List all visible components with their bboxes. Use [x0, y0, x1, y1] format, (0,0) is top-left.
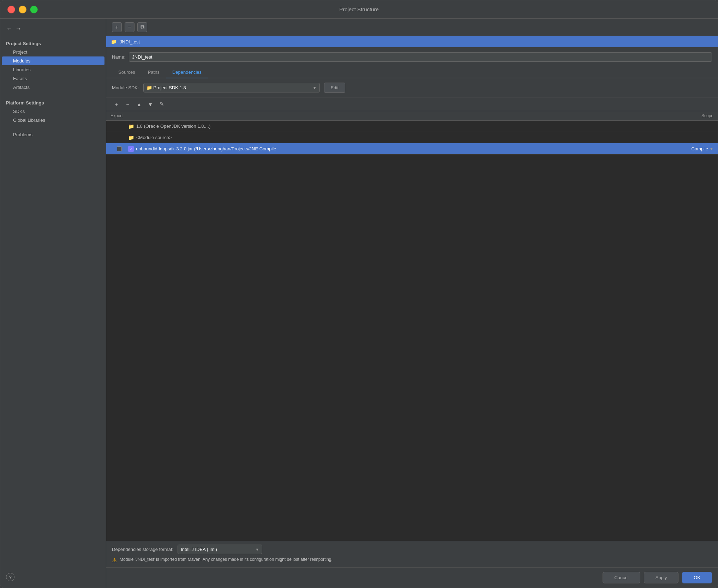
dep-folder-icon-module-source: 📁 — [128, 135, 134, 140]
move-up-dep-button[interactable]: ▲ — [134, 100, 144, 109]
scope-dropdown-jar[interactable]: Compile ▼ — [668, 146, 713, 151]
close-button[interactable] — [7, 6, 15, 13]
dep-row-jar[interactable]: J unboundid-ldapsdk-3.2.0.jar (/Users/zh… — [106, 143, 718, 155]
bottom-bar: Dependencies storage format: IntelliJ ID… — [106, 541, 718, 567]
tabs-row: Sources Paths Dependencies — [106, 67, 718, 78]
titlebar: Project Structure — [0, 0, 718, 19]
sidebar-item-sdks[interactable]: SDKs — [2, 107, 104, 116]
module-toolbar: + − ⧉ — [106, 19, 718, 36]
sdk-label: Module SDK: — [112, 85, 139, 90]
export-header: Export — [106, 111, 134, 120]
sidebar-item-libraries-label: Libraries — [13, 67, 31, 72]
sdk-row: Module SDK: 📁 Project SDK 1.8 ▼ Edit — [106, 78, 718, 97]
sdk-dropdown-chevron: ▼ — [313, 86, 317, 90]
sdk-folder-icon: 📁 — [146, 85, 154, 90]
module-item-jndi-test[interactable]: 📁 JNDI_test — [106, 36, 718, 47]
window-title: Project Structure — [339, 6, 379, 12]
sidebar-item-problems[interactable]: Problems — [2, 130, 104, 139]
sidebar-item-modules-label: Modules — [13, 58, 30, 64]
warning-icon: ⚠ — [112, 557, 117, 564]
add-dep-button[interactable]: + — [112, 100, 121, 109]
storage-format-row: Dependencies storage format: IntelliJ ID… — [112, 545, 712, 554]
copy-module-button[interactable]: ⧉ — [137, 22, 147, 32]
warning-row: ⚠ Module 'JNDI_test' is imported from Ma… — [112, 557, 712, 564]
sidebar-item-libraries[interactable]: Libraries — [2, 65, 104, 74]
dep-checkbox-jar[interactable] — [110, 146, 128, 151]
storage-select-value: IntelliJ IDEA (.iml) — [181, 547, 217, 552]
module-item-name: JNDI_test — [120, 39, 140, 44]
nav-forward[interactable]: → — [15, 25, 22, 32]
dep-folder-icon-jdk: 📁 — [128, 124, 134, 129]
tab-paths[interactable]: Paths — [142, 67, 166, 78]
move-down-dep-button[interactable]: ▼ — [146, 100, 155, 109]
traffic-lights — [7, 6, 38, 13]
apply-button[interactable]: Apply — [644, 572, 679, 583]
sdk-select-value: 📁 Project SDK 1.8 — [146, 85, 186, 90]
maximize-button[interactable] — [30, 6, 38, 13]
sidebar-item-project[interactable]: Project — [2, 48, 104, 56]
right-panel: + − ⧉ 📁 JNDI_test Name: Sources Paths De… — [106, 19, 718, 588]
scope-chevron: ▼ — [710, 147, 713, 151]
add-module-button[interactable]: + — [112, 22, 122, 32]
dep-name-jdk: 📁 1.8 (Oracle OpenJDK version 1.8....) — [128, 124, 668, 129]
dep-row-jdk[interactable]: 📁 1.8 (Oracle OpenJDK version 1.8....) — [106, 121, 718, 132]
dep-table: Export Scope 📁 1.8 (Oracle OpenJDK versi… — [106, 111, 718, 541]
dep-scope-jar[interactable]: Compile ▼ — [668, 146, 713, 151]
action-buttons-row: Cancel Apply OK — [106, 567, 718, 588]
warning-text: Module 'JNDI_test' is imported from Mave… — [120, 557, 333, 562]
name-input[interactable] — [129, 52, 712, 62]
storage-label: Dependencies storage format: — [112, 547, 173, 552]
tab-dependencies[interactable]: Dependencies — [166, 67, 208, 78]
edit-sdk-button[interactable]: Edit — [324, 83, 345, 93]
nav-arrows: ← → — [0, 22, 106, 38]
name-label: Name: — [112, 54, 125, 60]
ok-button[interactable]: OK — [682, 572, 712, 583]
dep-row-module-source[interactable]: 📁 <Module source> — [106, 132, 718, 143]
cancel-button[interactable]: Cancel — [603, 572, 640, 583]
sdk-select[interactable]: 📁 Project SDK 1.8 ▼ — [143, 83, 320, 92]
sidebar-bottom: ? — [0, 570, 106, 584]
project-structure-window: Project Structure ← → Project Settings P… — [0, 0, 718, 588]
help-button[interactable]: ? — [6, 573, 14, 581]
module-folder-icon: 📁 — [110, 38, 117, 45]
platform-settings-header: Platform Settings — [0, 97, 106, 107]
dep-toolbar: + − ▲ ▼ ✎ — [106, 97, 718, 111]
sidebar-item-artifacts[interactable]: Artifacts — [2, 83, 104, 92]
scope-header: Scope — [672, 111, 718, 120]
main-content: ← → Project Settings Project Modules Lib… — [0, 19, 718, 588]
edit-dep-button[interactable]: ✎ — [157, 100, 166, 109]
sidebar-item-global-libraries-label: Global Libraries — [13, 118, 45, 123]
sidebar-item-facets[interactable]: Facets — [2, 74, 104, 83]
sidebar: ← → Project Settings Project Modules Lib… — [0, 19, 106, 588]
minimize-button[interactable] — [19, 6, 26, 13]
name-row: Name: — [106, 47, 718, 67]
sidebar-item-global-libraries[interactable]: Global Libraries — [2, 116, 104, 125]
module-list: 📁 JNDI_test — [106, 36, 718, 47]
sidebar-item-facets-label: Facets — [13, 76, 27, 81]
dep-name-jar: J unboundid-ldapsdk-3.2.0.jar (/Users/zh… — [128, 146, 668, 152]
storage-chevron: ▼ — [255, 547, 259, 552]
dep-checkbox-box-jar[interactable] — [117, 146, 122, 151]
sidebar-item-project-label: Project — [13, 49, 27, 55]
sidebar-item-modules[interactable]: Modules — [2, 56, 104, 65]
remove-dep-button[interactable]: − — [123, 100, 132, 109]
storage-select[interactable]: IntelliJ IDEA (.iml) ▼ — [178, 545, 262, 554]
sidebar-item-artifacts-label: Artifacts — [13, 85, 30, 90]
dep-table-header: Export Scope — [106, 111, 718, 121]
project-settings-header: Project Settings — [0, 38, 106, 48]
sidebar-item-problems-label: Problems — [13, 132, 32, 137]
dep-name-module-source: 📁 <Module source> — [128, 135, 668, 140]
tab-sources[interactable]: Sources — [112, 67, 142, 78]
remove-module-button[interactable]: − — [125, 22, 134, 32]
dependencies-panel: Module SDK: 📁 Project SDK 1.8 ▼ Edit + −… — [106, 78, 718, 567]
nav-back[interactable]: ← — [6, 25, 12, 32]
sidebar-item-sdks-label: SDKs — [13, 109, 25, 114]
name-header — [134, 111, 672, 120]
jar-icon: J — [128, 146, 134, 152]
